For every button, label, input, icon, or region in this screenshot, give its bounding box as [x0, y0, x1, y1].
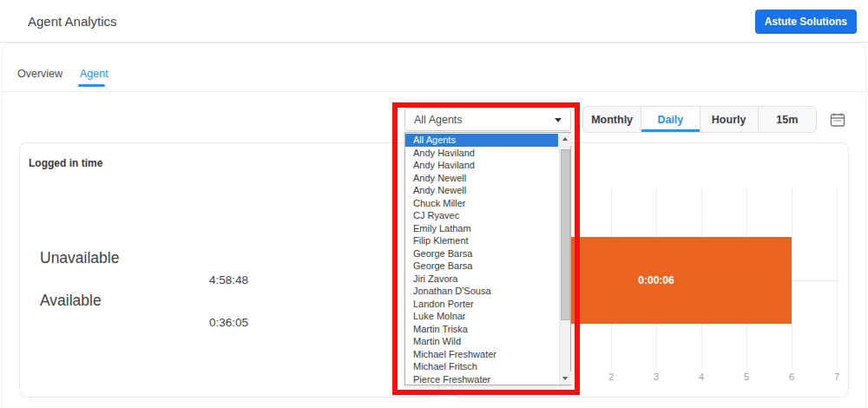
gridline — [837, 189, 838, 368]
pie-slice-label: Unavailable — [40, 249, 119, 267]
x-axis-tick: 2 — [602, 372, 621, 382]
agent-option[interactable]: Andy Haviland — [405, 159, 558, 172]
x-axis-tick: 3 — [647, 372, 666, 382]
scrollbar-thumb[interactable] — [561, 149, 570, 320]
pie-slice-value: 4:58:48 — [209, 273, 248, 286]
agent-option[interactable]: Luke Molnar — [405, 310, 558, 323]
agent-option[interactable]: Jiri Zavora — [405, 273, 558, 286]
agent-option[interactable]: Landon Porter — [405, 298, 558, 311]
agent-option[interactable]: George Barsa — [405, 247, 558, 260]
period-button-group: Monthly Daily Hourly 15m — [582, 106, 817, 133]
gridline — [792, 189, 792, 368]
agent-option[interactable]: Filip Klement — [405, 234, 558, 247]
agent-option[interactable]: Martin Wild — [405, 335, 558, 348]
agent-filter-selected-value: All Agents — [414, 114, 463, 126]
caret-down-icon — [555, 118, 562, 122]
agent-option[interactable]: Chuck Miller — [405, 197, 558, 210]
agent-option[interactable]: CJ Ryavec — [405, 209, 558, 222]
agent-option[interactable]: Andy Newell — [405, 172, 558, 185]
agent-filter-listbox: All Agents Andy Haviland Andy Haviland A… — [404, 132, 571, 385]
pie-slice-label: Available — [40, 292, 102, 310]
agent-option[interactable]: Emily Latham — [405, 222, 558, 235]
agent-option[interactable]: Pierce Freshwater — [405, 373, 558, 386]
x-axis-tick: 6 — [782, 372, 801, 382]
agent-option[interactable]: Michael Freshwater — [405, 348, 558, 361]
tab-overview[interactable]: Overview — [17, 68, 62, 80]
card-title: Logged in time — [29, 157, 102, 169]
agent-option[interactable]: Martin Triska — [405, 323, 558, 336]
period-daily-button[interactable]: Daily — [641, 107, 700, 132]
calendar-icon[interactable] — [829, 112, 846, 129]
pie-slice-value: 0:36:05 — [209, 316, 248, 329]
scroll-down-icon[interactable] — [560, 372, 571, 385]
bar-value-label: 0:00:06 — [638, 274, 674, 286]
period-monthly-button[interactable]: Monthly — [583, 107, 641, 132]
astute-solutions-button[interactable]: Astute Solutions — [755, 10, 857, 34]
tabbar-divider — [2, 91, 866, 92]
agent-option[interactable]: Michael Fritsch — [405, 360, 558, 373]
agent-option[interactable]: Andy Haviland — [405, 147, 558, 160]
page-title: Agent Analytics — [28, 14, 117, 29]
agent-filter-select[interactable]: All Agents — [404, 108, 571, 131]
active-tab-underline — [78, 84, 105, 87]
agent-analytics-page: Agent Analytics Astute Solutions Overvie… — [0, 0, 868, 408]
period-hourly-button[interactable]: Hourly — [700, 107, 759, 132]
listbox-scrollbar[interactable] — [559, 133, 570, 385]
agent-option[interactable]: All Agents — [405, 134, 558, 147]
x-axis-tick: 5 — [737, 372, 756, 382]
period-15m-button[interactable]: 15m — [759, 107, 816, 132]
axis-split-line — [792, 280, 837, 281]
x-axis-tick: 7 — [827, 372, 846, 382]
scroll-up-icon[interactable] — [560, 133, 571, 146]
agent-option[interactable]: Jonathan D'Sousa — [405, 285, 558, 298]
x-axis-tick: 4 — [692, 372, 711, 382]
tab-agent[interactable]: Agent — [80, 68, 108, 80]
agent-option[interactable]: Andy Newell — [405, 184, 558, 197]
logged-in-time-card: Logged in time Unavailable 4:58:48 Avail… — [19, 142, 439, 398]
agent-option[interactable]: George Barsa — [405, 260, 558, 273]
agent-option-list: All Agents Andy Haviland Andy Haviland A… — [405, 134, 558, 385]
